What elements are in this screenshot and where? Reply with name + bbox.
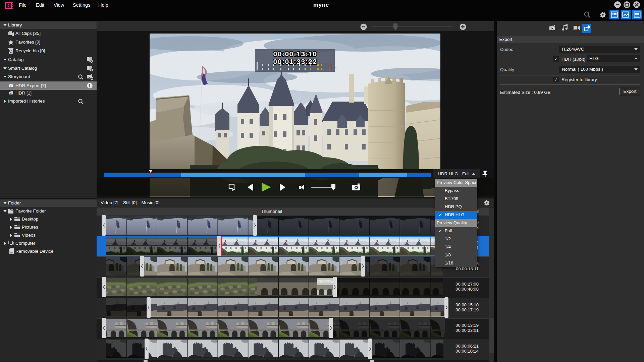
- svg-text:00:00:13:10: 00:00:13:10: [273, 50, 317, 58]
